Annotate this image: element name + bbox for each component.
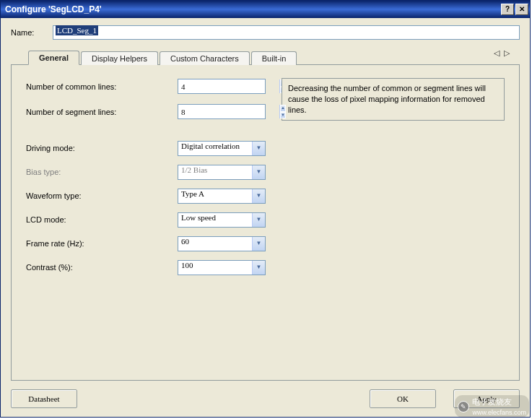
- driving-mode-value: Digital correlation: [178, 142, 252, 155]
- name-row: Name: LCD_Seg_1: [11, 25, 520, 40]
- bias-type-label: Bias type:: [26, 168, 178, 176]
- contrast-label: Contrast (%):: [26, 263, 178, 272]
- lcd-mode-combo[interactable]: Low speed ▼: [178, 212, 266, 228]
- lcd-mode-value: Low speed: [178, 213, 252, 227]
- name-input-value: LCD_Seg_1: [56, 25, 98, 35]
- chevron-down-icon[interactable]: ▼: [252, 142, 265, 155]
- tab-built-in[interactable]: Built-in: [251, 51, 297, 65]
- contrast-value: 100: [178, 261, 252, 275]
- chevron-down-icon[interactable]: ▼: [252, 189, 265, 203]
- dialog-window: Configure 'SegLCD_P4' ? ✕ Name: LCD_Seg_…: [0, 0, 531, 418]
- common-lines-input[interactable]: ▲ ▼: [178, 79, 266, 94]
- waveform-type-combo[interactable]: Type A ▼: [178, 189, 266, 204]
- bias-type-value: 1/2 Bias: [178, 165, 252, 179]
- frame-rate-value: 60: [178, 237, 252, 251]
- tab-nav: ◁ ▷: [494, 48, 510, 58]
- titlebar: Configure 'SegLCD_P4' ? ✕: [1, 1, 530, 18]
- waveform-type-label: Waveform type:: [26, 191, 178, 200]
- segment-lines-spinner: ▲ ▼: [279, 105, 286, 118]
- form-grid: Number of common lines: ▲ ▼ Decreasing t…: [26, 78, 505, 275]
- datasheet-button[interactable]: Datasheet: [11, 389, 77, 408]
- driving-mode-label: Driving mode:: [26, 144, 178, 152]
- contrast-combo[interactable]: 100 ▼: [178, 260, 266, 275]
- tab-strip: General Display Helpers Custom Character…: [11, 48, 520, 64]
- watermark-text: 电子发烧友 www.elecfans.com: [472, 397, 526, 416]
- lcd-mode-label: LCD mode:: [26, 215, 178, 224]
- segment-lines-value[interactable]: [178, 105, 279, 118]
- close-button[interactable]: ✕: [515, 4, 528, 15]
- tab-panel-general: Number of common lines: ▲ ▼ Decreasing t…: [11, 64, 520, 381]
- watermark-icon: ✎: [458, 401, 469, 412]
- button-bar: Datasheet OK Apply: [11, 381, 520, 408]
- name-input[interactable]: LCD_Seg_1: [53, 25, 520, 40]
- ok-button[interactable]: OK: [370, 389, 436, 408]
- chevron-down-icon[interactable]: ▼: [252, 237, 265, 251]
- separator: [26, 129, 505, 132]
- window-title: Configure 'SegLCD_P4': [5, 4, 500, 14]
- name-label: Name:: [11, 28, 53, 37]
- spin-down-icon[interactable]: ▼: [280, 112, 286, 119]
- common-lines-label: Number of common lines:: [26, 82, 178, 91]
- watermark: ✎ 电子发烧友 www.elecfans.com: [455, 395, 529, 418]
- chevron-down-icon: ▼: [252, 165, 265, 179]
- tab-display-helpers[interactable]: Display Helpers: [81, 51, 158, 65]
- tab-general[interactable]: General: [28, 51, 79, 65]
- tab-nav-left-icon[interactable]: ◁: [494, 48, 500, 58]
- segment-lines-label: Number of segment lines:: [26, 108, 178, 116]
- bias-type-combo: 1/2 Bias ▼: [178, 165, 266, 180]
- info-box: Decreasing the number of common or segme…: [282, 78, 505, 121]
- segment-lines-input[interactable]: ▲ ▼: [178, 104, 266, 119]
- waveform-type-value: Type A: [178, 189, 252, 203]
- client-area: Name: LCD_Seg_1 General Display Helpers …: [1, 18, 530, 417]
- common-lines-value[interactable]: [178, 79, 279, 93]
- chevron-down-icon[interactable]: ▼: [252, 261, 265, 275]
- spin-up-icon[interactable]: ▲: [280, 105, 286, 112]
- chevron-down-icon[interactable]: ▼: [252, 213, 265, 227]
- help-button[interactable]: ?: [501, 4, 514, 15]
- driving-mode-combo[interactable]: Digital correlation ▼: [178, 141, 266, 156]
- frame-rate-label: Frame rate (Hz):: [26, 239, 178, 248]
- frame-rate-combo[interactable]: 60 ▼: [178, 236, 266, 251]
- tabs-container: General Display Helpers Custom Character…: [11, 48, 520, 381]
- tab-nav-right-icon[interactable]: ▷: [504, 48, 510, 58]
- tab-custom-characters[interactable]: Custom Characters: [160, 51, 250, 65]
